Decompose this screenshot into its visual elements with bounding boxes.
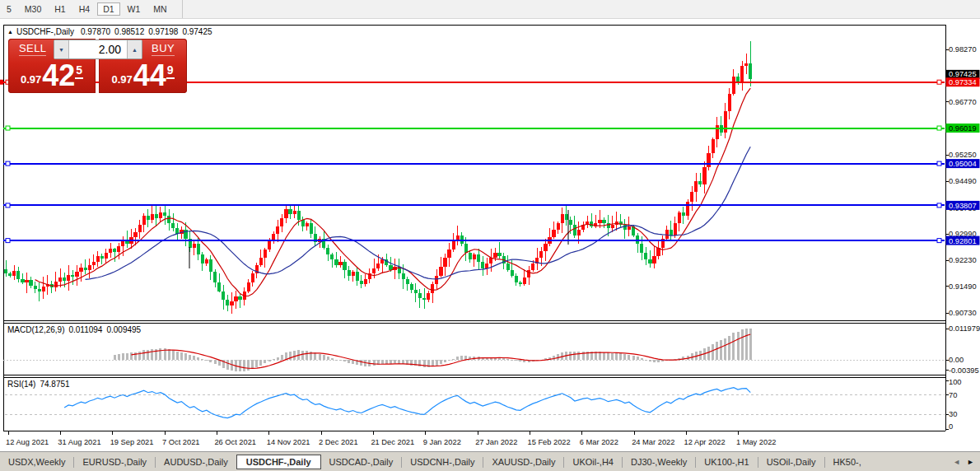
macd-histogram-bar [595, 352, 597, 360]
candle [209, 259, 212, 272]
tab-usdchf[interactable]: USDCHF-,Daily [236, 455, 321, 469]
candle [171, 223, 175, 228]
tab-ukoil[interactable]: UKOil-,H4 [564, 455, 622, 469]
tab-eurusd[interactable]: EURUSD-,Daily [74, 455, 155, 469]
candle [410, 284, 413, 289]
tab-scroll-left-icon[interactable]: ◄ [950, 458, 964, 466]
candle [117, 246, 120, 252]
macd-histogram-bar [741, 329, 744, 360]
candle [372, 268, 376, 273]
candle [84, 268, 87, 270]
candle [100, 256, 104, 259]
chart-tab-bar: USDX,Weekly EURUSD-,Daily AUDUSD-,Daily … [0, 451, 980, 471]
candle [402, 273, 405, 278]
candle [75, 272, 78, 277]
tab-usdcnh[interactable]: USDCNH-,Daily [402, 455, 483, 469]
candle [42, 287, 45, 291]
candle [569, 220, 572, 225]
tab-usoil[interactable]: USOil-,Daily [758, 455, 824, 469]
tab-usdx[interactable]: USDX,Weekly [0, 455, 73, 469]
candle [439, 267, 442, 276]
macd-histogram-bar [197, 357, 199, 360]
tab-xauusd[interactable]: XAUUSD-,Daily [483, 455, 563, 469]
tab-hk50[interactable]: HK50-, [825, 455, 870, 469]
tab-scroll-right-icon[interactable]: ► [964, 458, 978, 466]
symbol-label: USDCHF-,Daily [16, 27, 74, 36]
candle [749, 63, 752, 79]
candle [34, 286, 37, 288]
macd-histogram-bar [301, 351, 304, 360]
candle [418, 293, 422, 298]
candle [728, 94, 731, 111]
line-handle[interactable] [937, 161, 941, 166]
macd-histogram-bar [138, 352, 141, 360]
macd-histogram-bar [255, 360, 258, 367]
macd-histogram-bar [118, 354, 120, 360]
macd-histogram-bar [293, 351, 296, 360]
volume-input[interactable]: 2.00 [69, 40, 127, 58]
macd-histogram-bar [259, 360, 262, 366]
rsi-tick-label: 0 [949, 422, 953, 431]
candle [226, 300, 229, 305]
macd-histogram-bar [603, 352, 605, 360]
collapse-arrow-icon[interactable]: ▲ [7, 29, 13, 35]
volume-increase-button[interactable]: ▲ [127, 40, 142, 58]
macd-histogram-bar [511, 360, 513, 361]
line-handle[interactable] [6, 161, 10, 166]
date-label: 12 Aug 2021 [6, 438, 49, 446]
macd-histogram-bar [599, 352, 601, 360]
candle [163, 212, 166, 216]
tab-uk100[interactable]: UK100-,H1 [696, 455, 757, 469]
line-handle[interactable] [6, 239, 10, 243]
macd-histogram-bar [189, 355, 191, 360]
rsi-name: RSI(14) [7, 380, 35, 389]
macd-histogram-bar [251, 360, 254, 369]
rsi-tick-label: 100 [949, 378, 962, 386]
macd-histogram-bar [619, 353, 622, 360]
line-handle[interactable] [937, 80, 941, 84]
candle [96, 256, 100, 261]
candle [678, 212, 681, 223]
candle [422, 298, 426, 300]
macd-histogram-bar [214, 360, 217, 364]
line-handle[interactable] [937, 203, 941, 208]
line-handle[interactable] [6, 126, 10, 130]
candle [334, 259, 338, 264]
macd-histogram-bar [239, 360, 241, 371]
price-level-badge-label: 0.92801 [949, 237, 977, 245]
line-handle[interactable] [6, 203, 10, 208]
buy-label[interactable]: BUY [152, 42, 175, 56]
tab-dj30[interactable]: DJ30-,Weekly [623, 455, 695, 469]
macd-histogram-bar [193, 356, 195, 360]
date-label: 14 Nov 2021 [267, 438, 310, 446]
tab-audusd[interactable]: AUDUSD-,Daily [156, 455, 236, 469]
macd-histogram-bar [720, 340, 722, 360]
line-margin-tick [0, 80, 3, 85]
candle [352, 272, 355, 275]
candle [280, 218, 283, 227]
macd-histogram-bar [452, 359, 455, 360]
macd-histogram-bar [264, 360, 266, 363]
macd-histogram-bar [205, 360, 208, 361]
sell-label[interactable]: SELL [19, 42, 46, 56]
macd-histogram-bar [176, 352, 179, 360]
one-click-trading-panel: SELL 0.97425 BUY 0.97449 ▼ 2.00 ▲ [8, 39, 187, 93]
candle [268, 240, 271, 249]
buy-price-big: 44 [133, 63, 166, 89]
candle [598, 220, 601, 223]
tab-usdcad[interactable]: USDCAD-,Daily [321, 455, 402, 469]
candle [590, 222, 593, 226]
line-handle[interactable] [937, 239, 941, 243]
date-label: 1 May 2022 [736, 438, 777, 446]
candle [197, 244, 200, 254]
date-label: 12 Apr 2022 [684, 438, 726, 446]
line-handle[interactable] [937, 126, 941, 130]
volume-decrease-button[interactable]: ▼ [54, 40, 69, 58]
candle [343, 262, 346, 271]
macd-histogram-bar [373, 360, 376, 366]
price-level-badge-label: 0.97334 [949, 78, 977, 86]
macd-histogram-bar [134, 352, 137, 360]
macd-histogram-bar [611, 353, 614, 360]
candle [310, 223, 313, 234]
candle [636, 236, 639, 245]
